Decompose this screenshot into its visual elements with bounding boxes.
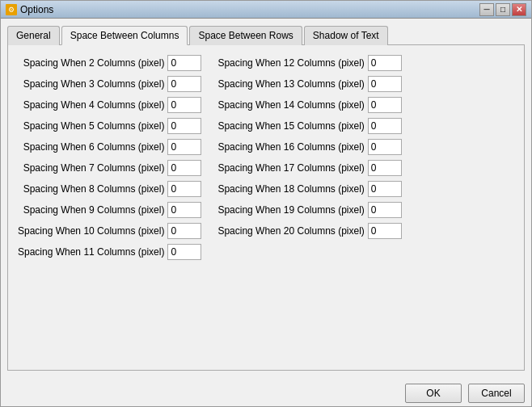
field-label: Spacing When 5 Columns (pixel) <box>18 120 164 132</box>
left-field-row: Spacing When 8 Columns (pixel) <box>18 181 201 197</box>
tab-general[interactable]: General <box>7 26 60 45</box>
right-field-row: Spacing When 14 Columns (pixel) <box>217 97 401 113</box>
field-input[interactable] <box>368 97 402 113</box>
field-input[interactable] <box>368 181 402 197</box>
window-title: Options <box>20 4 53 15</box>
fields-container: Spacing When 2 Columns (pixel)Spacing Wh… <box>18 55 514 360</box>
left-field-row: Spacing When 6 Columns (pixel) <box>18 139 201 155</box>
field-input[interactable] <box>167 55 201 71</box>
ok-button[interactable]: OK <box>405 384 462 403</box>
options-window: ⚙ Options ─ □ ✕ General Space Between Co… <box>0 0 532 407</box>
field-label: Spacing When 7 Columns (pixel) <box>18 162 164 174</box>
field-input[interactable] <box>368 76 402 92</box>
minimize-button[interactable]: ─ <box>479 3 494 16</box>
right-field-row: Spacing When 18 Columns (pixel) <box>217 181 401 197</box>
left-field-row: Spacing When 4 Columns (pixel) <box>18 97 201 113</box>
field-label: Spacing When 19 Columns (pixel) <box>217 204 364 216</box>
right-field-row: Spacing When 19 Columns (pixel) <box>217 202 401 218</box>
field-input[interactable] <box>167 160 201 176</box>
field-label: Spacing When 2 Columns (pixel) <box>18 57 164 69</box>
field-label: Spacing When 20 Columns (pixel) <box>217 225 364 237</box>
field-label: Spacing When 16 Columns (pixel) <box>217 141 364 153</box>
cancel-button[interactable]: Cancel <box>468 384 525 403</box>
field-label: Spacing When 15 Columns (pixel) <box>217 120 364 132</box>
field-input[interactable] <box>167 223 201 239</box>
right-field-row: Spacing When 20 Columns (pixel) <box>217 223 401 239</box>
field-label: Spacing When 10 Columns (pixel) <box>18 225 164 237</box>
field-input[interactable] <box>368 55 402 71</box>
field-input[interactable] <box>167 97 201 113</box>
title-bar: ⚙ Options ─ □ ✕ <box>1 1 531 19</box>
field-input[interactable] <box>167 244 201 260</box>
tab-shadow-of-text[interactable]: Shadow of Text <box>304 26 388 45</box>
left-field-row: Spacing When 9 Columns (pixel) <box>18 202 201 218</box>
field-input[interactable] <box>368 160 402 176</box>
field-label: Spacing When 9 Columns (pixel) <box>18 204 164 216</box>
right-field-row: Spacing When 17 Columns (pixel) <box>217 160 401 176</box>
field-input[interactable] <box>167 202 201 218</box>
right-column: Spacing When 12 Columns (pixel)Spacing W… <box>217 55 401 360</box>
field-label: Spacing When 8 Columns (pixel) <box>18 183 164 195</box>
field-label: Spacing When 13 Columns (pixel) <box>217 78 364 90</box>
left-field-row: Spacing When 5 Columns (pixel) <box>18 118 201 134</box>
field-input[interactable] <box>368 118 402 134</box>
field-label: Spacing When 6 Columns (pixel) <box>18 141 164 153</box>
right-field-row: Spacing When 13 Columns (pixel) <box>217 76 401 92</box>
tab-content: Spacing When 2 Columns (pixel)Spacing Wh… <box>7 45 525 371</box>
field-label: Spacing When 12 Columns (pixel) <box>217 57 364 69</box>
field-label: Spacing When 18 Columns (pixel) <box>217 183 364 195</box>
left-field-row: Spacing When 2 Columns (pixel) <box>18 55 201 71</box>
left-field-row: Spacing When 3 Columns (pixel) <box>18 76 201 92</box>
tab-space-between-rows[interactable]: Space Between Rows <box>189 26 302 45</box>
title-buttons: ─ □ ✕ <box>479 3 526 16</box>
maximize-button[interactable]: □ <box>496 3 510 16</box>
field-input[interactable] <box>167 76 201 92</box>
left-field-row: Spacing When 11 Columns (pixel) <box>18 244 201 260</box>
right-field-row: Spacing When 16 Columns (pixel) <box>217 139 401 155</box>
field-input[interactable] <box>167 181 201 197</box>
field-input[interactable] <box>368 202 402 218</box>
field-label: Spacing When 14 Columns (pixel) <box>217 99 364 111</box>
field-label: Spacing When 4 Columns (pixel) <box>18 99 164 111</box>
window-content: General Space Between Columns Space Betw… <box>1 19 531 377</box>
close-button[interactable]: ✕ <box>512 3 526 16</box>
tab-bar: General Space Between Columns Space Betw… <box>7 25 525 45</box>
field-label: Spacing When 17 Columns (pixel) <box>217 162 364 174</box>
left-field-row: Spacing When 10 Columns (pixel) <box>18 223 201 239</box>
right-field-row: Spacing When 15 Columns (pixel) <box>217 118 401 134</box>
left-field-row: Spacing When 7 Columns (pixel) <box>18 160 201 176</box>
field-label: Spacing When 3 Columns (pixel) <box>18 78 164 90</box>
field-input[interactable] <box>167 139 201 155</box>
field-input[interactable] <box>368 139 402 155</box>
field-input[interactable] <box>368 223 402 239</box>
title-bar-left: ⚙ Options <box>6 4 53 15</box>
field-input[interactable] <box>167 118 201 134</box>
left-column: Spacing When 2 Columns (pixel)Spacing Wh… <box>18 55 201 360</box>
bottom-bar: OK Cancel <box>1 377 531 406</box>
tab-space-between-columns[interactable]: Space Between Columns <box>61 26 188 45</box>
window-icon: ⚙ <box>6 4 17 15</box>
field-label: Spacing When 11 Columns (pixel) <box>18 246 164 258</box>
right-field-row: Spacing When 12 Columns (pixel) <box>217 55 401 71</box>
